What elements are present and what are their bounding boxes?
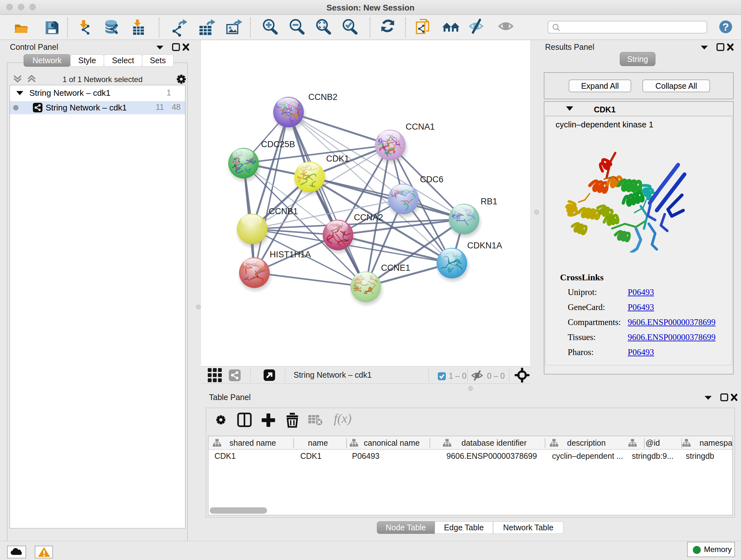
svg-text:1 – 0: 1 – 0 <box>449 371 467 380</box>
svg-text:CCNE1: CCNE1 <box>381 263 410 273</box>
svg-text:database identifier: database identifier <box>461 438 527 447</box>
svg-text:CCNA1: CCNA1 <box>406 122 435 132</box>
svg-text:@id: @id <box>646 438 660 447</box>
svg-text:namespac: namespac <box>699 438 732 447</box>
svg-text:9606.ENSP00000378699: 9606.ENSP00000378699 <box>447 451 537 460</box>
svg-text:RB1: RB1 <box>481 197 497 206</box>
svg-text:f(x): f(x) <box>334 411 352 426</box>
svg-text:description: description <box>567 438 606 447</box>
svg-text:stringdb: stringdb <box>686 451 714 460</box>
svg-text:CCNB2: CCNB2 <box>308 92 338 102</box>
svg-text:CCNB1: CCNB1 <box>269 206 298 216</box>
svg-text:0 – 0: 0 – 0 <box>487 371 505 380</box>
svg-text:CDK1: CDK1 <box>214 451 236 460</box>
svg-text:?: ? <box>723 21 729 33</box>
svg-text:CCNA2: CCNA2 <box>354 212 383 222</box>
svg-text:CDC6: CDC6 <box>420 175 444 184</box>
svg-text:stringdb:9...: stringdb:9... <box>632 451 674 460</box>
svg-text:CDK1: CDK1 <box>300 451 322 460</box>
svg-text:shared name: shared name <box>229 438 276 447</box>
svg-text:P06493: P06493 <box>352 451 380 460</box>
svg-text:CDC25B: CDC25B <box>261 139 295 149</box>
svg-text:name: name <box>308 438 328 447</box>
svg-text:CDKN1A: CDKN1A <box>467 241 502 250</box>
svg-text:HIST1H1A: HIST1H1A <box>270 250 311 259</box>
svg-text:cyclin–dependent ...: cyclin–dependent ... <box>552 451 623 460</box>
svg-text:canonical name: canonical name <box>364 438 420 447</box>
svg-text:CDK1: CDK1 <box>326 154 349 164</box>
